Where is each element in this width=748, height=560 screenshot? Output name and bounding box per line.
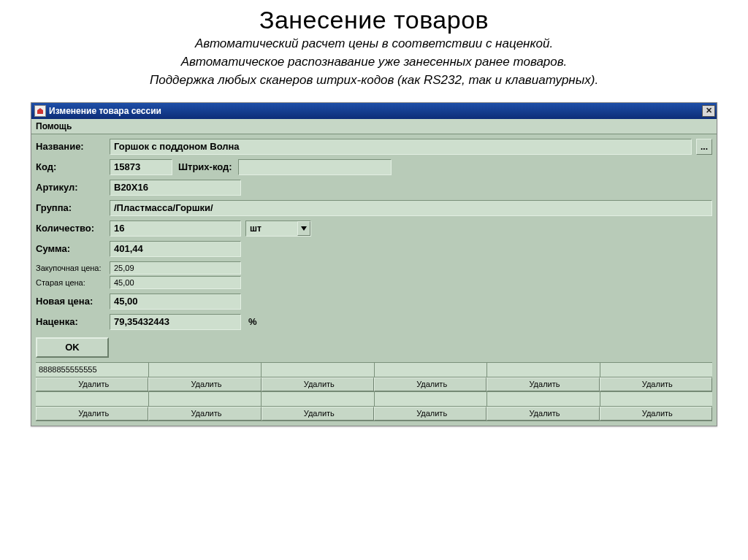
delete-button[interactable]: Удалить [486, 377, 599, 391]
grid-cell[interactable] [262, 392, 375, 406]
grid-data-row-2 [36, 392, 712, 407]
slide-sub-2: Автоматическое распознавание уже занесен… [15, 54, 733, 71]
app-icon [34, 105, 46, 117]
field-group[interactable]: /Пластмасса/Горшки/ [110, 200, 712, 216]
label-old-price: Старая цена: [36, 278, 105, 287]
label-sum: Сумма: [36, 243, 105, 254]
delete-button[interactable]: Удалить [374, 377, 486, 391]
delete-button[interactable]: Удалить [486, 407, 599, 421]
delete-button[interactable]: Удалить [262, 407, 374, 421]
form-area: Название: Горшок с поддоном Волна ... Ко… [31, 139, 717, 426]
field-qty[interactable]: 16 [110, 220, 241, 237]
grid-delete-row-1: Удалить Удалить Удалить Удалить Удалить … [36, 377, 712, 392]
browse-button[interactable]: ... [696, 139, 712, 155]
delete-button[interactable]: Удалить [36, 407, 148, 421]
grid-cell[interactable] [600, 363, 713, 377]
delete-button[interactable]: Удалить [600, 407, 712, 421]
menubar: Помощь [31, 119, 717, 134]
delete-button[interactable]: Удалить [148, 377, 261, 391]
delete-button[interactable]: Удалить [600, 377, 712, 391]
label-article: Артикул: [36, 182, 105, 193]
grid-cell[interactable] [487, 392, 600, 406]
slide-title: Занесение товаров [15, 6, 733, 34]
dialog-window: Изменение товара сессии ✕ Помощь Названи… [31, 102, 717, 426]
grid-cell[interactable] [600, 392, 713, 406]
percent-symbol: % [245, 316, 257, 327]
grid-cell[interactable] [36, 392, 149, 406]
field-code[interactable]: 15873 [110, 159, 172, 175]
label-name: Название: [36, 141, 105, 152]
svg-rect-0 [37, 110, 43, 114]
field-article[interactable]: В20Х16 [110, 180, 241, 196]
label-code: Код: [36, 161, 105, 172]
grid-cell[interactable] [149, 392, 262, 406]
field-markup[interactable]: 79,35432443 [110, 314, 241, 330]
grid-cell[interactable] [262, 363, 375, 377]
titlebar[interactable]: Изменение товара сессии ✕ [31, 103, 717, 119]
label-markup: Наценка: [36, 316, 105, 327]
menu-help[interactable]: Помощь [36, 121, 72, 131]
delete-button[interactable]: Удалить [262, 377, 374, 391]
grid-cell[interactable] [375, 363, 488, 377]
close-button[interactable]: ✕ [702, 105, 715, 117]
slide-sub-3: Поддержка любых сканеров штрих-кодов (ка… [15, 72, 733, 89]
field-old-price: 45,00 [110, 276, 241, 289]
delete-button[interactable]: Удалить [36, 377, 148, 391]
field-new-price[interactable]: 45,00 [110, 294, 241, 310]
ok-button[interactable]: OK [36, 337, 109, 358]
field-barcode[interactable] [238, 159, 392, 175]
window-title: Изменение товара сессии [49, 106, 161, 116]
slide-sub-1: Автоматический расчет цены в соответстви… [15, 36, 733, 53]
unit-selected: шт [250, 223, 262, 234]
grid-data-row-1: 8888855555555 [36, 363, 712, 377]
delete-button[interactable]: Удалить [374, 407, 486, 421]
barcode-grid: 8888855555555 Удалить Удалить Удалить Уд… [36, 362, 712, 421]
label-barcode: Штрих-код: [177, 161, 234, 172]
delete-button[interactable]: Удалить [148, 407, 261, 421]
grid-cell[interactable] [149, 363, 262, 377]
grid-cell[interactable] [375, 392, 488, 406]
field-sum[interactable]: 401,44 [110, 241, 241, 257]
grid-delete-row-2: Удалить Удалить Удалить Удалить Удалить … [36, 407, 712, 421]
grid-cell[interactable] [487, 363, 600, 377]
label-purchase: Закупочная цена: [36, 264, 105, 272]
grid-cell[interactable]: 8888855555555 [36, 363, 149, 377]
chevron-down-icon [297, 221, 310, 236]
label-group: Группа: [36, 202, 105, 213]
label-new-price: Новая цена: [36, 296, 105, 307]
field-name[interactable]: Горшок с поддоном Волна [110, 139, 692, 155]
field-purchase: 25,09 [110, 261, 241, 275]
slide-header: Занесение товаров Автоматический расчет … [0, 0, 748, 96]
unit-select[interactable]: шт [245, 220, 311, 237]
label-qty: Количество: [36, 223, 105, 234]
